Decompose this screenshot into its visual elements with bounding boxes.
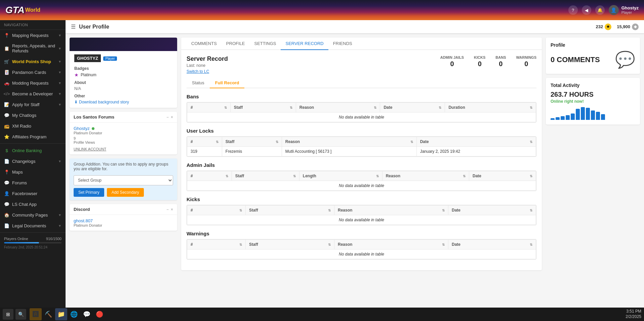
switch-link[interactable]: Switch to LC	[187, 69, 228, 74]
sidebar-item-ls-chat[interactable]: 💬 LS Chat App	[0, 199, 66, 210]
sort-icon-5[interactable]: ⇅	[530, 106, 532, 109]
w-col-id[interactable]: # ⇅	[187, 240, 246, 249]
tab-server-record[interactable]: Server Record	[281, 38, 328, 50]
ul-sort-1[interactable]: ⇅	[216, 140, 218, 144]
w-sort-2[interactable]: ⇅	[328, 243, 331, 246]
ul-sort-3[interactable]: ⇅	[410, 140, 413, 144]
sidebar-item-maps[interactable]: 📍 Maps	[0, 167, 66, 177]
bans-col-duration[interactable]: Duration ⇅	[445, 103, 536, 112]
pandamon-icon: 🃏	[4, 70, 9, 75]
sidebar-item-chatlogs[interactable]: 💬 My Chatlogs	[0, 110, 66, 121]
help-button[interactable]: ?	[568, 5, 578, 15]
ul-col-reason[interactable]: Reason ⇅	[282, 137, 416, 147]
sub-tabs: Status Full Record	[187, 78, 536, 88]
taskbar-app-4[interactable]: 🌐	[68, 308, 80, 320]
bans-col-reason[interactable]: Reason ⇅	[296, 103, 380, 112]
k-sort-1[interactable]: ⇅	[239, 209, 242, 212]
w-sort-3[interactable]: ⇅	[442, 243, 445, 246]
warnings-table: # ⇅ Staff ⇅ Reason ⇅ Date ⇅ No data avai…	[187, 239, 536, 259]
ul-row-date: January 2, 2025 19:42	[416, 147, 536, 156]
k-sort-3[interactable]: ⇅	[442, 209, 445, 212]
back-button[interactable]: ◀	[582, 5, 591, 15]
w-sort-4[interactable]: ⇅	[530, 243, 532, 246]
sidebar-item-modding[interactable]: 🚗 Modding Requests ▼	[0, 78, 66, 88]
group-select[interactable]: Select Group	[74, 175, 173, 185]
aj-col-staff[interactable]: Staff ⇅	[232, 171, 299, 181]
sidebar-item-affiliates[interactable]: ⭐ Affiliates Program	[0, 131, 66, 142]
taskbar-app-1[interactable]: 🅰	[30, 308, 42, 320]
sidebar-item-forums[interactable]: 💬 Forums	[0, 177, 66, 188]
bans-col-date[interactable]: Date ⇅	[380, 103, 445, 112]
sidebar-item-facebrowser[interactable]: 👤 Facebrowser	[0, 188, 66, 199]
sidebar-item-apply-staff[interactable]: 📝 Apply for Staff ▼	[0, 99, 66, 110]
set-primary-button[interactable]: Set Primary	[74, 188, 104, 197]
ul-col-staff[interactable]: Staff ⇅	[222, 137, 282, 147]
aj-col-id[interactable]: # ⇅	[187, 171, 232, 181]
sidebar-item-changelogs[interactable]: 📄 Changelogs ▼	[0, 156, 66, 167]
aj-col-date[interactable]: Date ⇅	[469, 171, 536, 181]
k-sort-2[interactable]: ⇅	[328, 209, 331, 212]
discord-close-icon[interactable]: ×	[171, 207, 173, 212]
sub-tab-full-record[interactable]: Full Record	[210, 78, 245, 88]
search-button[interactable]: 🔍	[15, 309, 26, 320]
taskbar-app-5[interactable]: 💬	[81, 308, 93, 320]
ul-col-id[interactable]: # ⇅	[187, 137, 222, 147]
sidebar-item-legal[interactable]: 📄 Legal Documents ▼	[0, 220, 66, 231]
k-col-id[interactable]: # ⇅	[187, 205, 246, 215]
aj-sort-3[interactable]: ⇅	[376, 174, 379, 178]
w-sort-1[interactable]: ⇅	[239, 243, 242, 246]
taskbar-app-3[interactable]: 📁	[55, 308, 67, 320]
staff-icon: 📝	[4, 102, 9, 107]
w-col-reason[interactable]: Reason ⇅	[334, 240, 448, 249]
sidebar-item-community[interactable]: 🏠 Community Pages ▼	[0, 210, 66, 220]
players-online-count: 916/1500	[46, 237, 62, 241]
taskbar-app-6[interactable]: 🔴	[93, 308, 106, 320]
tab-comments[interactable]: Comments	[187, 38, 222, 50]
tab-friends[interactable]: Friends	[328, 38, 357, 50]
k-sort-4[interactable]: ⇅	[530, 209, 532, 212]
sort-icon-2[interactable]: ⇅	[290, 106, 292, 109]
close-icon[interactable]: ×	[171, 115, 173, 120]
sidebar-item-xm-radio[interactable]: 📻 XM Radio	[0, 121, 66, 131]
sidebar-item-world-points[interactable]: 🛒 World Points Shop ▼	[0, 56, 66, 67]
tab-profile[interactable]: Profile	[222, 38, 250, 50]
sub-tab-status[interactable]: Status	[187, 78, 210, 88]
sidebar-item-mapping-requests[interactable]: 📍 Mapping Requests ▼	[0, 30, 66, 41]
notifications-button[interactable]: 🔔	[595, 5, 605, 15]
forum-username[interactable]: Ghostyz	[74, 126, 90, 131]
aj-sort-4[interactable]: ⇅	[463, 174, 466, 178]
aj-col-reason[interactable]: Reason ⇅	[382, 171, 469, 181]
ul-col-date[interactable]: Date ⇅	[416, 137, 536, 147]
w-col-date[interactable]: Date ⇅	[448, 240, 536, 249]
discord-minimize-icon[interactable]: −	[166, 207, 169, 212]
sidebar-item-reports[interactable]: 📋 Reports, Appeals, and Refunds ▼	[0, 41, 66, 56]
unlink-button[interactable]: UNLINK ACCOUNT	[74, 147, 173, 151]
sort-icon-4[interactable]: ⇅	[439, 106, 441, 109]
sidebar-item-banking[interactable]: $ Online Banking	[0, 145, 66, 156]
k-col-reason[interactable]: Reason ⇅	[334, 205, 448, 215]
sort-icon-3[interactable]: ⇅	[374, 106, 376, 109]
add-secondary-button[interactable]: Add Secondary	[107, 188, 144, 197]
bans-col-id[interactable]: # ⇅	[187, 103, 231, 112]
sort-icon[interactable]: ⇅	[224, 106, 227, 109]
sidebar-item-become-developer[interactable]: </> Become a Developer ▼	[0, 88, 66, 99]
taskbar-app-2[interactable]: ⛏️	[42, 308, 54, 320]
ul-sort-2[interactable]: ⇅	[276, 140, 278, 144]
tab-settings[interactable]: Settings	[249, 38, 281, 50]
start-button[interactable]: ⊞	[3, 309, 13, 320]
bans-table-wrapper: # ⇅ Staff ⇅ Reason ⇅ Date ⇅ Duration ⇅ N…	[187, 102, 536, 123]
bans-col-staff[interactable]: Staff ⇅	[230, 103, 296, 112]
k-col-date[interactable]: Date ⇅	[448, 205, 536, 215]
menu-icon[interactable]: ☰	[71, 24, 76, 30]
ul-sort-4[interactable]: ⇅	[530, 140, 532, 144]
minimize-icon[interactable]: −	[166, 115, 169, 120]
download-link[interactable]: ⬇ Download background story	[74, 100, 172, 104]
w-col-staff[interactable]: Staff ⇅	[246, 240, 334, 249]
aj-col-length[interactable]: Length ⇅	[299, 171, 382, 181]
sidebar-item-pandamon[interactable]: 🃏 Pandamon Cards ▼	[0, 67, 66, 78]
aj-sort-5[interactable]: ⇅	[530, 174, 532, 178]
aj-sort-2[interactable]: ⇅	[293, 174, 296, 178]
k-col-staff[interactable]: Staff ⇅	[246, 205, 334, 215]
gold-value: 232	[596, 24, 603, 29]
aj-sort-1[interactable]: ⇅	[226, 174, 228, 178]
